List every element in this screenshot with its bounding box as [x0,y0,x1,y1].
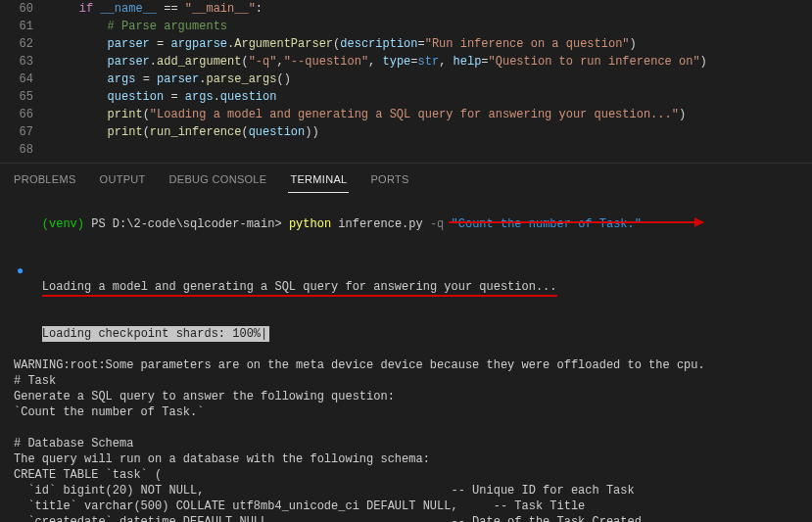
code-content[interactable]: args = parser.parse_args() [51,71,291,88]
line-number: 62 [0,35,51,53]
line-number: 60 [0,0,51,18]
code-content[interactable]: parser = argparse.ArgumentParser(descrip… [51,35,637,53]
bullet-icon: ● [17,263,24,279]
panel-tab-problems[interactable]: PROBLEMS [12,169,78,193]
code-line[interactable]: 62 parser = argparse.ArgumentParser(desc… [0,35,812,53]
terminal-output-line [14,420,798,436]
terminal-output-line: CREATE TABLE `task` ( [14,467,798,483]
code-line[interactable]: 64 args = parser.parse_args() [0,71,812,88]
line-number: 61 [0,18,51,35]
code-line[interactable]: 68 [0,141,812,159]
line-number: 64 [0,71,51,88]
panel-tab-terminal[interactable]: TERMINAL [288,169,349,193]
terminal-command-line: (venv) PS D:\2-code\sqlcoder-main> pytho… [14,201,798,248]
terminal-output-line: WARNING:root:Some parameters are on the … [14,357,798,373]
code-content[interactable]: if __name__ == "__main__": [51,0,263,18]
line-number: 65 [0,88,51,106]
code-content[interactable]: # Parse arguments [51,18,227,35]
panel-tabs: PROBLEMSOUTPUTDEBUG CONSOLETERMINALPORTS [0,163,812,193]
code-content[interactable]: parser.add_argument("-q","--question", t… [51,53,707,71]
code-content[interactable]: question = args.question [51,88,276,106]
terminal-output-line: `createdate` datetime DEFAULT NULL, -- D… [14,514,798,522]
annotated-output: Loading a model and generating a SQL que… [42,280,557,297]
terminal-output-line: `id` bigint(20) NOT NULL, -- Unique ID f… [14,483,798,498]
terminal-output-line: The query will run on a database with th… [14,451,798,467]
line-number: 66 [0,106,51,123]
code-line[interactable]: 66 print("Loading a model and generating… [0,106,812,123]
terminal-output-line: Generate a SQL query to answer the follo… [14,389,798,404]
code-line[interactable]: 67 print(run_inference(question)) [0,123,812,141]
code-line[interactable]: 63 parser.add_argument("-q","--question"… [0,53,812,71]
code-line[interactable]: 61 # Parse arguments [0,18,812,35]
terminal-output-line: `title` varchar(500) COLLATE utf8mb4_uni… [14,498,798,514]
terminal-output-line: Loading checkpoint shards: 100%| [14,310,798,357]
code-content[interactable]: print(run_inference(question)) [51,123,319,141]
panel-tab-debug-console[interactable]: DEBUG CONSOLE [167,169,269,193]
line-number: 68 [0,141,51,159]
line-number: 67 [0,123,51,141]
terminal-output-line: `Count the number of Task.` [14,404,798,420]
panel-tab-output[interactable]: OUTPUT [98,169,148,193]
terminal-panel[interactable]: (venv) PS D:\2-code\sqlcoder-main> pytho… [0,193,812,522]
panel-tab-ports[interactable]: PORTS [368,169,410,193]
terminal-output-line: # Database Schema [14,436,798,451]
code-content[interactable]: print("Loading a model and generating a … [51,106,686,123]
code-editor[interactable]: 60 if __name__ == "__main__":61 # Parse … [0,0,812,163]
line-number: 63 [0,53,51,71]
terminal-output-line: # Task [14,373,798,389]
annotation-arrow [449,221,703,223]
code-line[interactable]: 60 if __name__ == "__main__": [0,0,812,18]
terminal-output-line: ● Loading a model and generating a SQL q… [14,248,798,310]
code-line[interactable]: 65 question = args.question [0,88,812,106]
